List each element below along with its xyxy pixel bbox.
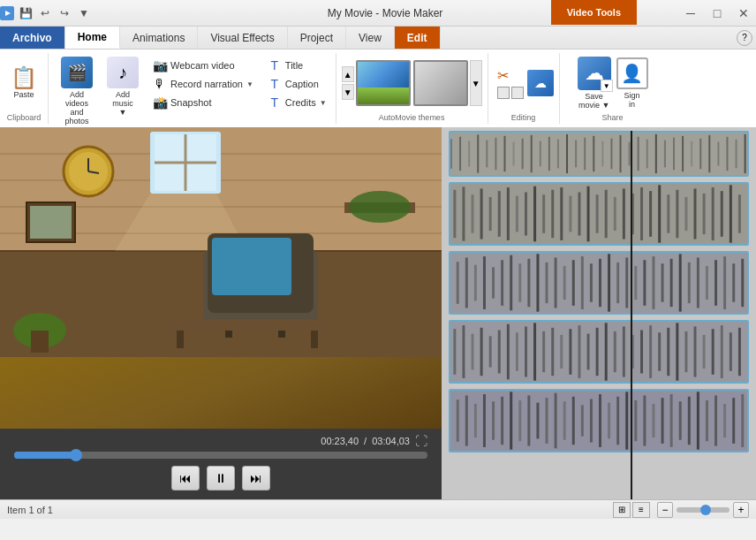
svg-rect-183 (555, 393, 557, 449)
svg-rect-148 (542, 331, 545, 372)
svg-rect-144 (507, 324, 510, 380)
prev-frame-button[interactable]: ⏮ (171, 466, 200, 491)
svg-rect-182 (546, 398, 548, 444)
svg-rect-27 (168, 320, 327, 331)
tab-home[interactable]: Home (65, 27, 120, 49)
svg-rect-109 (501, 260, 503, 306)
add-videos-button[interactable]: 🎬 Add videos and photos (54, 53, 100, 129)
tab-visual-effects[interactable]: Visual Effects (198, 27, 287, 49)
tab-view[interactable]: View (346, 27, 395, 49)
svg-rect-193 (643, 395, 646, 445)
tab-edit[interactable]: Edit (395, 27, 441, 49)
timeline-tracks[interactable] (442, 127, 756, 499)
svg-rect-202 (723, 404, 726, 437)
theme-more-button[interactable]: ▼ (470, 60, 482, 106)
paste-button[interactable]: 📋 Paste (5, 64, 42, 103)
svg-rect-152 (578, 325, 580, 378)
tab-project[interactable]: Project (288, 27, 346, 49)
caption-button[interactable]: T Caption (264, 75, 330, 93)
svg-rect-120 (599, 259, 601, 307)
status-right: ⊞ ≡ − + (613, 502, 749, 518)
svg-rect-76 (507, 187, 510, 240)
svg-rect-160 (649, 325, 652, 378)
storyboard-view-button[interactable]: ⊞ (613, 502, 631, 518)
pause-button[interactable]: ⏸ (207, 466, 235, 491)
qat-redo[interactable]: ↪ (57, 5, 72, 21)
svg-rect-87 (605, 190, 608, 238)
tab-archivo[interactable]: Archivo (0, 27, 65, 49)
svg-rect-60 (673, 138, 675, 170)
track-item-5[interactable] (449, 389, 749, 453)
svg-rect-114 (546, 262, 548, 303)
track-item-2[interactable] (449, 182, 749, 246)
qat-save[interactable]: 💾 (18, 5, 34, 21)
next-frame-button[interactable]: ⏭ (242, 466, 270, 491)
minimize-button[interactable]: ─ (678, 4, 703, 22)
svg-rect-102 (738, 194, 741, 233)
save-movie-button[interactable]: ☁ ▼ Savemovie ▼ (578, 57, 611, 110)
svg-rect-165 (694, 326, 697, 376)
add-music-button[interactable]: ♪ Add music ▼ (103, 53, 142, 120)
svg-rect-129 (679, 254, 682, 311)
app-icon (0, 6, 14, 20)
svg-rect-150 (560, 335, 563, 369)
svg-rect-86 (596, 194, 599, 233)
svg-rect-51 (593, 136, 594, 171)
progress-bar[interactable] (14, 452, 427, 459)
sign-in-button[interactable]: 👤 Signin (616, 57, 648, 109)
save-movie-label: Savemovie ▼ (578, 92, 609, 110)
save-cloud-button[interactable]: ☁ (527, 70, 554, 96)
svg-rect-84 (578, 193, 580, 236)
svg-rect-119 (590, 263, 593, 302)
zoom-slider[interactable] (677, 507, 730, 513)
svg-rect-100 (721, 191, 723, 237)
ribbon-group-clipboard: 📋 Paste Clipboard (0, 53, 49, 124)
zoom-in-button[interactable]: + (733, 502, 749, 518)
qat-dropdown[interactable]: ▼ (76, 5, 92, 21)
svg-rect-192 (634, 400, 637, 441)
timeline-view-button[interactable]: ≡ (632, 502, 650, 518)
svg-rect-121 (608, 254, 610, 311)
webcam-button[interactable]: 📷 Webcam video (149, 57, 257, 74)
current-time: 00:23,40 (321, 436, 359, 446)
close-button[interactable]: ✕ (731, 4, 756, 22)
help-button[interactable]: ? (737, 30, 752, 46)
svg-rect-147 (533, 323, 536, 380)
svg-rect-189 (608, 403, 610, 439)
expand-button[interactable]: ⛶ (415, 434, 427, 448)
svg-rect-106 (474, 265, 477, 301)
svg-rect-80 (542, 194, 545, 233)
track-item-4[interactable] (449, 320, 749, 384)
video-tools-tab[interactable]: Video Tools (551, 0, 637, 25)
svg-rect-62 (691, 141, 692, 167)
theme-thumbnail-2[interactable] (413, 60, 468, 106)
track-item-3[interactable] (449, 251, 749, 315)
svg-rect-131 (697, 257, 699, 308)
theme-scroll-up[interactable]: ▲ (342, 66, 354, 82)
svg-rect-149 (551, 328, 554, 376)
svg-rect-71 (462, 186, 465, 240)
trim-icon: ✂ (497, 67, 509, 84)
svg-rect-46 (548, 137, 550, 171)
editing-btn-1[interactable] (497, 87, 510, 99)
qat-undo[interactable]: ↩ (37, 5, 53, 21)
credits-button[interactable]: T Credits ▼ (264, 94, 330, 111)
svg-rect-172 (457, 399, 459, 442)
snapshot-button[interactable]: 📸 Snapshot (149, 94, 257, 111)
svg-rect-56 (638, 137, 639, 171)
trim-button[interactable]: ✂ (497, 67, 524, 84)
theme-thumbnail-1[interactable] (356, 60, 411, 106)
title-button[interactable]: T Title (264, 57, 330, 74)
svg-rect-204 (741, 394, 744, 447)
track-item-1[interactable] (449, 131, 749, 177)
theme-scroll-down[interactable]: ▼ (342, 84, 354, 100)
svg-rect-52 (601, 141, 603, 167)
svg-rect-93 (658, 185, 661, 242)
svg-rect-158 (631, 335, 634, 369)
maximize-button[interactable]: □ (705, 4, 730, 22)
zoom-out-button[interactable]: − (657, 502, 673, 518)
svg-rect-72 (472, 194, 474, 233)
tab-animations[interactable]: Animations (120, 27, 198, 49)
record-narration-button[interactable]: 🎙 Record narration ▼ (149, 75, 257, 93)
editing-btn-2[interactable] (511, 87, 524, 99)
